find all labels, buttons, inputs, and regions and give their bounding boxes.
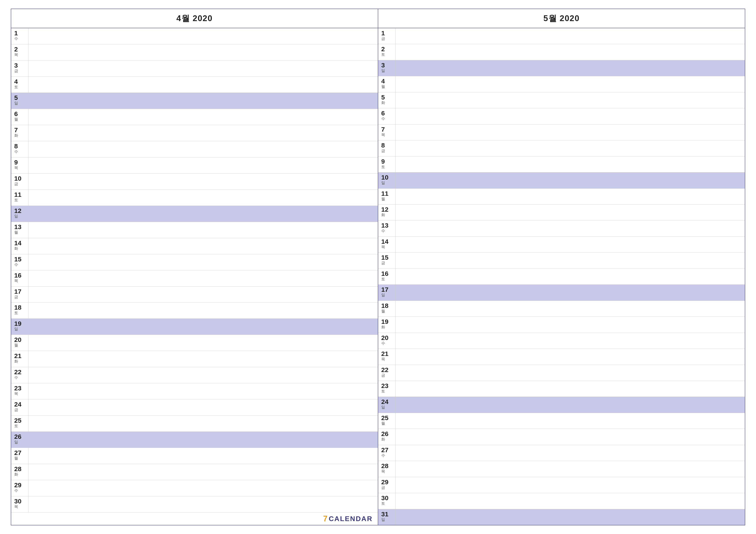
april-day-num: 10	[14, 175, 21, 182]
april-day-num: 14	[14, 240, 21, 246]
may-day-content	[395, 220, 745, 236]
may-day-content	[395, 365, 745, 381]
april-day-content	[28, 480, 378, 496]
april-day-name: 화	[14, 134, 18, 138]
may-day-num: 10	[381, 174, 388, 181]
april-day-num: 29	[14, 481, 21, 489]
april-day-row: 5일	[11, 93, 378, 109]
april-day-number-col: 17금	[11, 287, 28, 302]
may-day-num: 6	[381, 110, 385, 117]
may-day-number-col: 31일	[378, 509, 395, 525]
may-day-row: 17일	[378, 285, 745, 301]
may-day-content	[395, 92, 745, 108]
april-day-number-col: 30목	[11, 496, 28, 512]
may-day-content	[395, 172, 745, 188]
may-day-number-col: 30토	[378, 493, 395, 509]
may-day-num: 7	[381, 126, 385, 133]
april-day-number-col: 1수	[11, 28, 28, 44]
april-day-number-col: 25토	[11, 416, 28, 431]
calendar-logo-icon: 7	[323, 514, 327, 523]
may-day-number-col: 20수	[378, 333, 395, 349]
april-day-num: 11	[14, 191, 21, 198]
april-day-row: 29수	[11, 480, 378, 496]
may-day-number-col: 10일	[378, 172, 395, 188]
may-day-row: 5화	[378, 92, 745, 108]
may-day-num: 23	[381, 382, 388, 389]
may-day-num: 14	[381, 238, 388, 245]
may-day-name: 토	[381, 165, 385, 169]
april-day-number-col: 16목	[11, 270, 28, 286]
may-day-num: 24	[381, 398, 388, 405]
may-day-content	[395, 28, 745, 44]
april-day-name: 토	[14, 198, 18, 202]
may-day-row: 20수	[378, 333, 745, 349]
april-day-number-col: 20월	[11, 335, 28, 351]
may-day-name: 수	[381, 229, 385, 233]
april-day-number-col: 19일	[11, 319, 28, 335]
april-day-content	[28, 287, 378, 302]
may-day-name: 수	[381, 117, 385, 120]
may-day-number-col: 8금	[378, 140, 395, 156]
may-day-num: 27	[381, 446, 388, 453]
april-day-number-col: 13월	[11, 222, 28, 238]
april-day-num: 17	[14, 288, 21, 295]
may-day-name: 토	[381, 277, 385, 281]
april-day-num: 28	[14, 465, 21, 472]
logo-area: 7 CALENDAR	[11, 512, 378, 525]
may-day-row: 18월	[378, 301, 745, 317]
april-day-row: 24금	[11, 399, 378, 416]
april-day-name: 월	[14, 343, 18, 347]
april-day-row: 26일	[11, 432, 378, 448]
april-day-content	[28, 93, 378, 109]
april-day-row: 2목	[11, 44, 378, 61]
april-day-number-col: 26일	[11, 432, 28, 448]
may-day-name: 일	[381, 293, 385, 297]
may-day-row: 3일	[378, 60, 745, 76]
may-day-row: 28목	[378, 461, 745, 477]
may-day-number-col: 14목	[378, 237, 395, 252]
april-day-row: 12일	[11, 206, 378, 222]
may-day-content	[395, 124, 745, 140]
april-header: 4월 2020	[11, 9, 378, 28]
april-day-number-col: 24금	[11, 399, 28, 415]
april-day-content	[28, 190, 378, 206]
may-day-row: 16토	[378, 269, 745, 285]
may-day-num: 16	[381, 270, 388, 277]
may-day-number-col: 28목	[378, 461, 395, 477]
april-day-content	[28, 432, 378, 448]
may-day-number-col: 1금	[378, 28, 395, 44]
april-day-num: 25	[14, 417, 21, 424]
april-day-name: 금	[14, 295, 18, 299]
april-day-name: 목	[14, 505, 18, 509]
may-day-name: 화	[381, 213, 385, 217]
may-day-content	[395, 285, 745, 300]
april-day-number-col: 21화	[11, 351, 28, 367]
may-day-name: 목	[381, 133, 385, 137]
may-day-content	[395, 237, 745, 252]
april-day-name: 목	[14, 392, 18, 395]
may-day-number-col: 24일	[378, 397, 395, 413]
april-day-num: 12	[14, 207, 21, 214]
april-day-number-col: 12일	[11, 206, 28, 222]
april-day-content	[28, 44, 378, 60]
april-day-name: 목	[14, 166, 18, 170]
april-day-content	[28, 383, 378, 399]
april-day-name: 목	[14, 279, 18, 283]
april-day-number-col: 7화	[11, 125, 28, 141]
april-day-content	[28, 416, 378, 431]
april-day-number-col: 28화	[11, 464, 28, 480]
may-day-content	[395, 349, 745, 365]
april-day-content	[28, 319, 378, 335]
may-section: 5월 2020 1금2토3일4월5화6수7목8금9토10일11월12화13수14…	[378, 9, 745, 525]
april-day-row: 23목	[11, 383, 378, 399]
may-day-num: 20	[381, 334, 388, 341]
may-day-number-col: 22금	[378, 365, 395, 381]
may-day-name: 금	[381, 486, 385, 490]
april-day-row: 30목	[11, 496, 378, 512]
may-day-row: 23토	[378, 381, 745, 397]
may-day-number-col: 2토	[378, 44, 395, 60]
april-day-name: 일	[14, 327, 18, 331]
april-day-number-col: 23목	[11, 383, 28, 399]
may-day-content	[395, 44, 745, 60]
april-day-name: 토	[14, 424, 18, 428]
